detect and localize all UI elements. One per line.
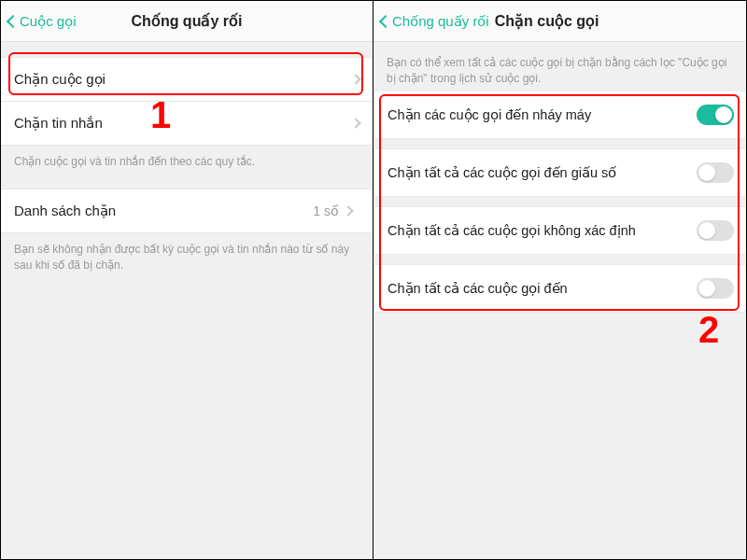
toggle-knob	[698, 222, 715, 239]
toggle-list: Chặn các cuộc gọi đến nháy máyChặn tất c…	[374, 91, 746, 313]
back-label: Cuộc gọi	[20, 13, 77, 30]
row-block-calls[interactable]: Chặn cuộc gọi	[1, 57, 373, 102]
toggle-row[interactable]: Chặn tất cả các cuộc gọi đến	[374, 264, 746, 313]
toggle-knob	[698, 280, 715, 297]
block-rules-section: Chặn cuộc gọi Chặn tin nhắn	[1, 57, 373, 146]
screen-block-calls: Chống quấy rối Chặn cuộc gọi Bạn có thể …	[374, 1, 746, 559]
toggle-knob	[698, 164, 715, 181]
chevron-right-icon	[343, 205, 353, 216]
toggle-row[interactable]: Chặn các cuộc gọi đến nháy máy	[374, 91, 746, 139]
hint-text: Bạn có thể xem tất cả các cuộc gọi bị ch…	[374, 42, 746, 91]
back-button[interactable]: Chống quấy rối	[381, 13, 489, 30]
back-label: Chống quấy rối	[392, 13, 489, 30]
toggle-row[interactable]: Chặn tất cả các cuộc gọi không xác định	[374, 206, 746, 255]
toggle-knob	[715, 106, 732, 123]
toggle-switch[interactable]	[697, 105, 734, 125]
row-label: Chặn cuộc gọi	[14, 71, 106, 88]
chevron-left-icon	[7, 14, 20, 27]
header: Cuộc gọi Chống quấy rối	[1, 1, 373, 42]
blocklist-count: 1 số	[313, 203, 339, 218]
toggle-label: Chặn tất cả các cuộc gọi đến giấu số	[388, 165, 697, 180]
toggle-label: Chặn tất cả các cuộc gọi đến	[388, 281, 697, 296]
toggle-switch[interactable]	[697, 220, 734, 241]
back-button[interactable]: Cuộc gọi	[8, 13, 77, 30]
toggle-switch[interactable]	[697, 278, 734, 299]
page-title: Chặn cuộc gọi	[495, 12, 599, 30]
screen-harassment-settings: Cuộc gọi Chống quấy rối Chặn cuộc gọi Ch…	[1, 1, 374, 559]
row-label: Danh sách chặn	[14, 203, 116, 219]
row-block-sms[interactable]: Chặn tin nhắn	[1, 101, 373, 146]
row-label: Chặn tin nhắn	[14, 115, 103, 132]
chevron-right-icon	[350, 118, 360, 128]
hint-text: Chặn cuộc gọi và tin nhắn đến theo các q…	[1, 145, 373, 174]
row-blocklist[interactable]: Danh sách chặn 1 số	[1, 189, 373, 233]
header: Chống quấy rối Chặn cuộc gọi	[374, 1, 746, 42]
toggle-label: Chặn tất cả các cuộc gọi không xác định	[388, 223, 697, 238]
chevron-right-icon	[350, 74, 360, 84]
chevron-left-icon	[379, 14, 392, 27]
hint-text: Bạn sẽ không nhận được bất kỳ cuộc gọi v…	[1, 232, 373, 277]
toggle-switch[interactable]	[697, 162, 734, 183]
annotation-number-2: 2	[698, 309, 719, 351]
dual-screenshot: Cuộc gọi Chống quấy rối Chặn cuộc gọi Ch…	[0, 0, 747, 560]
blocklist-section: Danh sách chặn 1 số	[1, 189, 373, 233]
toggle-label: Chặn các cuộc gọi đến nháy máy	[388, 107, 697, 122]
toggle-row[interactable]: Chặn tất cả các cuộc gọi đến giấu số	[374, 148, 746, 197]
